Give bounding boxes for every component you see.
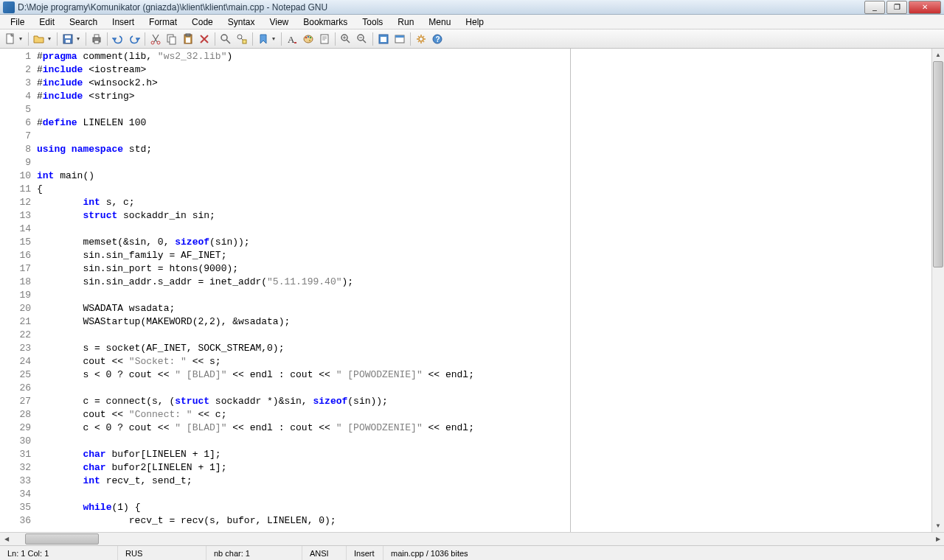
code-line[interactable]: int main() [37, 169, 931, 183]
code-line[interactable]: cout << "Connect: " << c; [37, 408, 931, 421]
code-line[interactable] [37, 289, 931, 302]
code-line[interactable]: #define LINELEN 100 [37, 116, 931, 130]
menu-format[interactable]: Format [142, 15, 184, 29]
code-line[interactable]: cout << "Socket: " << s; [37, 355, 931, 368]
find-icon[interactable] [218, 32, 233, 46]
menu-bookmarks[interactable]: Bookmarks [296, 15, 355, 29]
menu-file[interactable]: File [3, 15, 32, 29]
code-line[interactable]: recv_t = recv(s, bufor, LINELEN, 0); [37, 514, 931, 528]
redo-icon[interactable] [127, 32, 142, 46]
zoom-in-icon[interactable] [339, 32, 353, 46]
svg-text:?: ? [436, 35, 440, 43]
code-line[interactable]: char bufor2[LINELEN + 1]; [37, 461, 931, 475]
line-number: 16 [0, 249, 31, 262]
window-icon[interactable] [392, 32, 407, 46]
horizontal-scrollbar[interactable]: ◀ ▶ [0, 532, 944, 545]
code-line[interactable]: WSADATA wsadata; [37, 302, 931, 315]
code-line[interactable]: memset(&sin, 0, sizeof(sin)); [37, 236, 931, 249]
undo-icon[interactable] [111, 32, 125, 46]
code-line[interactable] [37, 435, 931, 448]
code-line[interactable]: s = socket(AF_INET, SOCK_STREAM,0); [37, 342, 931, 355]
code-line[interactable]: #include <winsock2.h> [37, 77, 931, 90]
code-line[interactable]: #include <iostream> [37, 63, 931, 77]
menu-edit[interactable]: Edit [32, 15, 62, 29]
menu-help[interactable]: Help [458, 15, 491, 29]
save-dropdown-icon[interactable]: ▾ [77, 35, 83, 42]
new-file-icon[interactable] [3, 32, 18, 46]
code-line[interactable]: { [37, 183, 931, 196]
line-number: 1 [0, 50, 31, 63]
code-line[interactable] [37, 488, 931, 501]
svg-rect-5 [94, 35, 99, 38]
scroll-down-icon[interactable]: ▼ [932, 519, 944, 532]
code-line[interactable] [37, 130, 931, 143]
code-line[interactable] [37, 329, 931, 342]
code-line[interactable] [37, 223, 931, 236]
code-line[interactable]: while(1) { [37, 501, 931, 514]
line-number: 25 [0, 368, 31, 382]
code-line[interactable]: sin.sin_addr.s_addr = inet_addr("5.11.19… [37, 276, 931, 289]
help-icon[interactable]: ? [430, 32, 445, 46]
code-line[interactable]: int recv_t, send_t; [37, 475, 931, 488]
font-icon[interactable]: A [285, 32, 299, 46]
code-line[interactable] [37, 156, 931, 169]
line-number: 23 [0, 342, 31, 355]
code-line[interactable]: #pragma comment(lib, "ws2_32.lib") [37, 50, 931, 63]
editor[interactable]: 1234567891011121314151617181920212223242… [0, 49, 944, 532]
hscroll-thumb[interactable] [25, 533, 99, 545]
print-icon[interactable] [89, 32, 104, 46]
code-line[interactable]: c < 0 ? cout << " [BLAD]" << endl : cout… [37, 421, 931, 435]
delete-icon[interactable] [197, 32, 212, 46]
code-line[interactable]: WSAStartup(MAKEWORD(2,2), &wsadata); [37, 315, 931, 329]
code-line[interactable] [37, 382, 931, 395]
replace-icon[interactable] [235, 32, 249, 46]
paste-icon[interactable] [181, 32, 195, 46]
code-line[interactable]: struct sockaddr_in sin; [37, 209, 931, 223]
menu-view[interactable]: View [262, 15, 296, 29]
open-dropdown-icon[interactable]: ▾ [48, 35, 54, 42]
line-number: 35 [0, 501, 31, 514]
code-area[interactable]: #pragma comment(lib, "ws2_32.lib")#inclu… [35, 49, 931, 532]
code-line[interactable]: #include <string> [37, 90, 931, 103]
menu-run[interactable]: Run [390, 15, 421, 29]
code-line[interactable] [37, 103, 931, 116]
code-line[interactable]: using namespace std; [37, 143, 931, 156]
line-number: 7 [0, 130, 31, 143]
scroll-left-icon[interactable]: ◀ [0, 533, 13, 545]
vertical-scrollbar[interactable]: ▲ ▼ [931, 49, 944, 532]
maximize-button[interactable]: ❐ [886, 1, 907, 14]
panel-separator[interactable] [570, 49, 571, 532]
copy-icon[interactable] [164, 32, 179, 46]
code-line[interactable]: c = connect(s, (struct sockaddr *)&sin, … [37, 395, 931, 408]
status-position: Ln: 1 Col: 1 [0, 546, 118, 560]
bookmark-icon[interactable] [256, 32, 271, 46]
scroll-up-icon[interactable]: ▲ [932, 49, 944, 61]
zoom-out-icon[interactable] [355, 32, 369, 46]
scroll-thumb[interactable] [933, 61, 943, 267]
menu-menu[interactable]: Menu [421, 15, 458, 29]
save-icon[interactable] [60, 32, 75, 46]
code-line[interactable]: sin.sin_family = AF_INET; [37, 249, 931, 262]
code-line[interactable]: s < 0 ? cout << " [BLAD]" << endl : cout… [37, 368, 931, 382]
minimize-button[interactable]: _ [864, 1, 885, 14]
fullscreen-icon[interactable] [376, 32, 391, 46]
svg-point-22 [309, 39, 310, 41]
settings-icon[interactable] [414, 32, 428, 46]
open-file-icon[interactable] [32, 32, 46, 46]
menu-search[interactable]: Search [62, 15, 105, 29]
code-line[interactable]: sin.sin_port = htons(9000); [37, 262, 931, 276]
bookmark-dropdown-icon[interactable]: ▾ [272, 35, 278, 42]
menu-syntax[interactable]: Syntax [221, 15, 263, 29]
cut-icon[interactable] [148, 32, 163, 46]
code-line[interactable]: char bufor[LINELEN + 1]; [37, 448, 931, 461]
color-icon[interactable] [301, 32, 316, 46]
menu-insert[interactable]: Insert [105, 15, 142, 29]
menu-code[interactable]: Code [184, 15, 221, 29]
close-button[interactable]: ✕ [909, 1, 941, 14]
page-setup-icon[interactable] [317, 32, 332, 46]
menu-tools[interactable]: Tools [355, 15, 390, 29]
new-dropdown-icon[interactable]: ▾ [19, 35, 25, 42]
scroll-right-icon[interactable]: ▶ [931, 533, 944, 545]
status-insert: Insert [347, 546, 384, 560]
code-line[interactable]: int s, c; [37, 196, 931, 209]
